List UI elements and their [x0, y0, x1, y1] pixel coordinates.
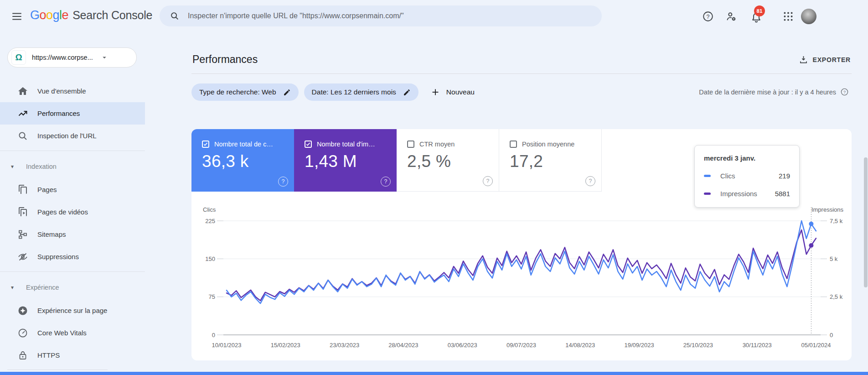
sidebar-item-suppressions[interactable]: Suppressions	[0, 245, 145, 268]
filter-chip-1[interactable]: Date: Les 12 derniers mois	[304, 83, 418, 101]
property-favicon: Ω	[11, 50, 26, 65]
sidebar-section-label: Expérience	[26, 284, 59, 291]
page-experience-icon	[17, 305, 28, 316]
header-divider	[191, 73, 852, 74]
google-logo: Google	[30, 8, 68, 22]
sidebar-item-https[interactable]: HTTPS	[0, 344, 145, 366]
pages-icon	[17, 184, 28, 195]
google-logo-letter: G	[30, 8, 40, 22]
sidebar-item-label: Pages de vidéos	[37, 208, 88, 216]
user-settings-icon[interactable]	[725, 10, 737, 22]
x-axis-tick-label: 14/08/2023	[565, 342, 595, 349]
sidebar-section-indexation[interactable]: ▾Indexation	[0, 155, 145, 178]
series-swatch-icon	[704, 175, 711, 177]
tooltip-series-label: Impressions	[720, 190, 775, 198]
collapse-triangle-icon: ▾	[11, 163, 16, 170]
google-logo-letter: o	[46, 8, 53, 22]
property-selector[interactable]: Ω https://www.corpse...	[7, 47, 137, 68]
metric-tile-1[interactable]: Nombre total d'im…1,43 M?	[294, 129, 397, 192]
x-axis-tick-label: 10/01/2023	[212, 342, 241, 349]
sidebar-item-core-web-vitals[interactable]: Core Web Vitals	[0, 322, 145, 344]
sitemap-icon	[17, 229, 28, 240]
right-axis-tick-label: 0	[830, 332, 833, 339]
help-icon[interactable]: ?	[702, 10, 714, 22]
checkbox-unchecked[interactable]	[407, 141, 414, 148]
https-icon	[17, 350, 28, 361]
sidebar-item-label: Sitemaps	[37, 230, 66, 238]
x-axis-tick-label: 25/10/2023	[683, 342, 713, 349]
metric-label: Nombre total d'im…	[317, 141, 375, 148]
metric-value: 2,5 %	[407, 152, 499, 171]
metric-value: 1,43 M	[305, 152, 397, 171]
bottom-accent-bar	[0, 372, 868, 375]
sidebar-item-performances[interactable]: Performances	[0, 102, 145, 125]
checkbox-unchecked[interactable]	[510, 141, 517, 148]
new-filter-button[interactable]: Nouveau	[430, 87, 475, 97]
sidebar-item-pages-de-vid-os[interactable]: Pages de vidéos	[0, 201, 145, 223]
help-icon[interactable]: ?	[483, 176, 493, 186]
metric-value: 17,2	[510, 152, 601, 171]
filter-chip-0[interactable]: Type de recherche: Web	[191, 83, 299, 101]
x-axis-tick-label: 30/11/2023	[743, 342, 772, 349]
left-axis-tick-label: 225	[205, 218, 215, 224]
x-axis-tick-label: 23/03/2023	[330, 342, 359, 349]
search-input[interactable]	[187, 11, 581, 21]
search-icon	[17, 130, 28, 141]
sidebar-section-exp-rience[interactable]: ▾Expérience	[0, 276, 145, 299]
tooltip-date: mercredi 3 janv.	[704, 154, 790, 162]
pencil-icon	[403, 89, 411, 96]
x-axis-tick-label: 05/01/2024	[801, 342, 831, 349]
home-icon	[17, 86, 28, 97]
sidebar-divider	[0, 151, 145, 151]
chart-tooltip: mercredi 3 janv. Clics219Impressions5881	[694, 145, 800, 208]
last-update-text: Date de la dernière mise à jour : il y a…	[699, 89, 836, 96]
x-axis-tick-label: 15/02/2023	[271, 342, 300, 349]
metric-tile-3[interactable]: Position moyenne17,2?	[499, 129, 602, 192]
sidebar-item-sitemaps[interactable]: Sitemaps	[0, 223, 145, 245]
google-logo-letter: g	[53, 8, 60, 22]
sidebar-item-label: Expérience sur la page	[37, 307, 107, 314]
core-web-vitals-icon	[17, 328, 28, 339]
new-filter-label: Nouveau	[446, 88, 475, 96]
sidebar-item-exp-rience-sur-la-page[interactable]: Expérience sur la page	[0, 299, 145, 322]
sidebar-item-vue-d-ensemble[interactable]: Vue d'ensemble	[0, 80, 145, 102]
right-axis-tick-label: 5 k	[830, 255, 838, 262]
help-icon[interactable]: ?	[585, 176, 595, 186]
metric-tiles-row: Nombre total de c…36,3 k?Nombre total d'…	[191, 129, 602, 192]
filter-chip-label: Date: Les 12 derniers mois	[312, 88, 396, 96]
hamburger-menu-icon[interactable]	[11, 10, 23, 22]
series-line-impressions	[227, 230, 816, 301]
page-title: Performances	[192, 53, 258, 66]
notification-count-badge[interactable]: 81	[754, 5, 765, 16]
sidebar-item-pages[interactable]: Pages	[0, 178, 145, 201]
performance-chart[interactable]: 2257,5 k1505 k752,5 k0010/01/202315/02/2…	[191, 201, 852, 358]
left-axis-tick-label: 150	[205, 255, 215, 262]
checkbox-checked[interactable]	[202, 141, 209, 148]
removals-icon	[17, 251, 28, 262]
avatar[interactable]	[801, 9, 816, 24]
vertical-scrollbar-thumb[interactable]	[864, 157, 868, 287]
chevron-down-icon	[100, 53, 108, 62]
tooltip-series-value: 5881	[775, 190, 790, 198]
tooltip-row: Clics219	[704, 172, 790, 180]
sidebar-item-inspection-de-l-url[interactable]: Inspection de l'URL	[0, 125, 145, 147]
right-axis-tick-label: 2,5 k	[830, 293, 843, 300]
help-icon[interactable]: ?	[840, 88, 849, 96]
tooltip-series-value: 219	[779, 172, 790, 180]
help-icon[interactable]: ?	[381, 177, 391, 187]
help-icon[interactable]: ?	[278, 177, 288, 187]
google-apps-grid-icon[interactable]	[782, 10, 794, 22]
hover-point-clics	[809, 222, 813, 226]
sidebar-item-label: Suppressions	[37, 253, 79, 260]
chart-host: 2257,5 k1505 k752,5 k0010/01/202315/02/2…	[191, 201, 852, 358]
export-button[interactable]: EXPORTER	[799, 55, 851, 64]
metric-tile-0[interactable]: Nombre total de c…36,3 k?	[191, 129, 294, 192]
tooltip-row: Impressions5881	[704, 190, 790, 198]
url-inspection-searchbar[interactable]	[160, 5, 602, 26]
metric-value: 36,3 k	[202, 152, 294, 171]
checkbox-checked[interactable]	[305, 141, 312, 148]
sidebar-item-label: Performances	[37, 109, 80, 117]
metric-tile-2[interactable]: CTR moyen2,5 %?	[397, 129, 499, 192]
pencil-icon	[283, 89, 291, 96]
export-label: EXPORTER	[813, 56, 851, 63]
